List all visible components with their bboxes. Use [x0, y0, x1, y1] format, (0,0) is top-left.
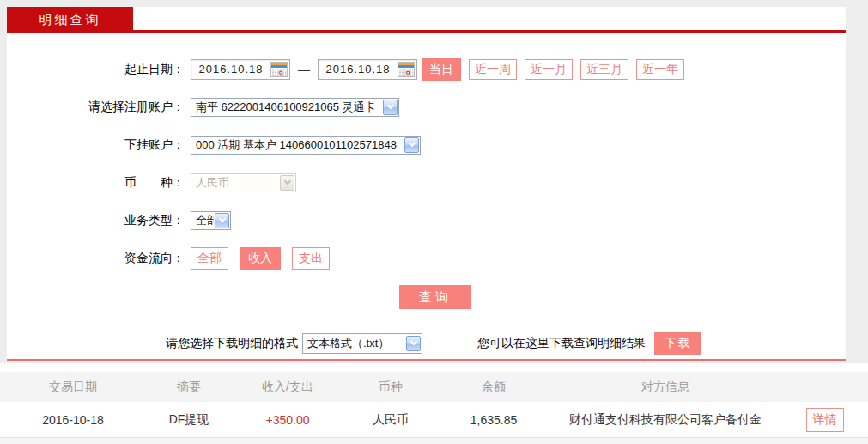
- download-row: 请您选择下载明细的格式 文本格式（.txt） 您可以在这里下载查询明细结果 下载: [166, 332, 846, 355]
- query-panel: 明细查询 起止日期： 2016.10.18: [7, 7, 846, 361]
- currency-label: 币 种：: [7, 175, 185, 191]
- sub-account-value: 000 活期 基本户 1406600101102571848: [196, 137, 404, 153]
- query-button[interactable]: 查询: [399, 285, 471, 309]
- business-type-value: 全部: [196, 213, 214, 228]
- cell-currency: 人民币: [343, 412, 438, 428]
- results-table: 交易日期 摘要 收入/支出 币种 余额 对方信息 2016-10-18 DF提现…: [0, 363, 868, 444]
- tab-bar: 明细查询: [7, 7, 846, 33]
- header-date: 交易日期: [0, 380, 146, 395]
- detail-button[interactable]: 详情: [806, 408, 844, 432]
- end-date-value[interactable]: 2016.10.18: [319, 63, 398, 76]
- start-date-value[interactable]: 2016.10.18: [191, 63, 270, 76]
- business-type-label: 业务类型：: [7, 213, 185, 228]
- header-counterparty: 对方信息: [549, 380, 781, 395]
- sub-account-select[interactable]: 000 活期 基本户 1406600101102571848: [191, 136, 421, 155]
- start-date-input[interactable]: 2016.10.18: [191, 59, 290, 80]
- end-date-input[interactable]: 2016.10.18: [318, 59, 417, 80]
- registered-account-label: 请选择注册账户：: [7, 100, 185, 115]
- header-summary: 摘要: [146, 380, 232, 395]
- currency-value: 人民币: [196, 175, 279, 191]
- registered-account-select[interactable]: 南平 6222001406100921065 灵通卡: [191, 98, 399, 117]
- cell-action: 详情: [781, 408, 868, 432]
- range-button-last-week[interactable]: 近一周: [469, 59, 517, 80]
- range-button-today[interactable]: 当日: [422, 58, 461, 81]
- chevron-down-icon: [406, 336, 421, 351]
- chevron-down-icon: [404, 137, 419, 153]
- chevron-down-icon: [215, 213, 229, 228]
- currency-row: 币 种： 人民币: [7, 172, 846, 193]
- query-form: 起止日期： 2016.10.18: [7, 33, 846, 355]
- calendar-icon[interactable]: [270, 62, 288, 77]
- fund-flow-label: 资金流向：: [7, 251, 185, 266]
- download-format-select[interactable]: 文本格式（.txt）: [302, 333, 422, 354]
- range-button-last-year[interactable]: 近一年: [636, 59, 684, 80]
- cell-summary: DF提现: [146, 412, 232, 428]
- download-hint: 您可以在这里下载查询明细结果: [477, 336, 646, 351]
- tab-detail-query[interactable]: 明细查询: [7, 7, 133, 33]
- currency-select: 人民币: [191, 173, 296, 192]
- download-button[interactable]: 下载: [654, 332, 701, 355]
- date-range-row: 起止日期： 2016.10.18: [7, 58, 846, 80]
- cell-balance: 1,635.85: [438, 413, 549, 427]
- cell-date: 2016-10-18: [0, 413, 146, 427]
- download-format-value: 文本格式（.txt）: [307, 336, 405, 351]
- registered-account-row: 请选择注册账户： 南平 6222001406100921065 灵通卡: [7, 96, 846, 118]
- calendar-icon[interactable]: [398, 62, 415, 77]
- fund-flow-income-button[interactable]: 收入: [240, 247, 281, 270]
- range-button-last-month[interactable]: 近一月: [525, 59, 573, 80]
- header-balance: 余额: [438, 380, 549, 395]
- registered-account-value: 南平 6222001406100921065 灵通卡: [196, 100, 382, 115]
- date-range-label: 起止日期：: [7, 62, 185, 77]
- table-row: 2016-10-18 DF提现 +350.00 人民币 1,635.85 财付通…: [0, 402, 868, 438]
- table-spacer: [0, 363, 868, 372]
- header-currency: 币种: [343, 380, 438, 395]
- fund-flow-row: 资金流向： 全部 收入 支出: [7, 247, 846, 269]
- table-header-row: 交易日期 摘要 收入/支出 币种 余额 对方信息: [0, 372, 868, 402]
- chevron-down-icon: [280, 175, 294, 191]
- download-format-label: 请您选择下载明细的格式: [166, 336, 298, 351]
- business-type-row: 业务类型： 全部: [7, 210, 846, 231]
- date-range-separator: —: [298, 63, 310, 76]
- fund-flow-all-button[interactable]: 全部: [191, 247, 228, 270]
- business-type-select[interactable]: 全部: [191, 211, 231, 230]
- fund-flow-expense-button[interactable]: 支出: [292, 247, 330, 270]
- table-footer-strip: [0, 438, 868, 444]
- range-button-last-3-months[interactable]: 近三月: [580, 59, 628, 80]
- sub-account-label: 下挂账户：: [7, 137, 185, 153]
- chevron-down-icon: [383, 100, 398, 115]
- cell-amount: +350.00: [232, 413, 343, 427]
- sub-account-row: 下挂账户： 000 活期 基本户 1406600101102571848: [7, 134, 846, 155]
- cell-counterparty: 财付通支付科技有限公司客户备付金: [549, 412, 781, 428]
- header-amount: 收入/支出: [232, 380, 343, 395]
